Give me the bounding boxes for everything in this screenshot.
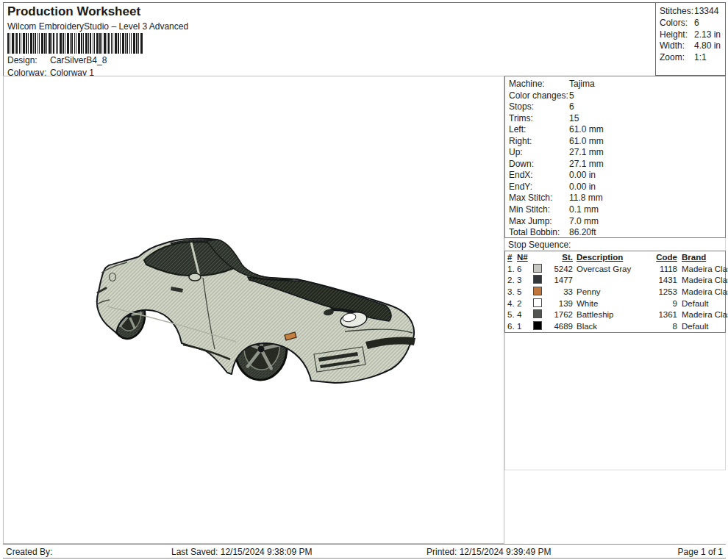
created-by-label: Created By: [6,547,52,557]
side-mirror [189,273,201,281]
machine-row: Down:27.1 mm [509,159,725,170]
machine-row: EndX:0.00 in [509,170,725,182]
machine-row: Min Stitch:0.1 mm [509,204,725,216]
stop-sequence-header: # N# St. Description Code Brand [505,252,725,264]
thread-row: 6.14689Black8Default [505,321,725,333]
printed-text: Printed: 12/15/2024 9:39:49 PM [427,547,551,557]
stop-sequence-table: # N# St. Description Code Brand 1.65242O… [504,251,726,333]
thread-row: 3.533Penny1253Madeira Classic 40 [505,287,725,298]
thread-row: 5.41762Battleship1361Madeira Classic 40 [505,309,725,321]
stat-colors: Colors:6 [660,18,725,29]
design-label: Design: [7,55,50,65]
stat-stitches: Stitches:13344 [660,6,725,18]
thread-swatch [533,287,542,295]
machine-row: Left:61.0 mm [509,124,725,136]
machine-row: Total Bobbin:86.20ft [509,227,725,239]
machine-info-box: Machine:Tajima Color changes:5 Stops:6 T… [504,76,726,238]
thread-row: 4.2139White9Default [505,298,725,310]
stat-height: Height:2.13 in [660,29,725,41]
stat-zoom: Zoom:1:1 [660,52,725,64]
thread-swatch [533,275,542,284]
header-box: Production Worksheet Wilcom EmbroiderySt… [3,2,656,77]
machine-row: Color changes:5 [509,90,725,102]
machine-row: Max Jump:7.0 mm [509,216,725,228]
stop-sequence-label: Stop Sequence: [508,240,571,250]
thread-swatch [533,321,542,330]
machine-row: Trims:15 [509,113,725,125]
design-preview-area [3,76,504,544]
machine-row: Right:61.0 mm [509,136,725,148]
thread-row: 2.314771431Madeira Classic 40 [505,275,725,287]
design-stats-box: Stitches:13344 Colors:6 Height:2.13 in W… [655,2,726,76]
page-title: Production Worksheet [7,4,140,19]
production-worksheet-page: Production Worksheet Wilcom EmbroiderySt… [0,0,728,560]
footer-bar: Created By: Last Saved: 12/15/2024 9:38:… [3,544,726,559]
stat-width: Width:4.80 in [660,40,725,52]
thread-swatch [533,264,542,273]
barcode [7,33,146,54]
car-embroidery-preview [95,234,418,389]
app-subtitle: Wilcom EmbroideryStudio – Level 3 Advanc… [7,21,188,32]
machine-row: Stops:6 [509,101,725,113]
machine-row: EndY:0.00 in [509,182,725,193]
thread-swatch [533,298,542,307]
page-number: Page 1 of 1 [678,547,723,557]
machine-row: Up:27.1 mm [509,147,725,159]
machine-row: Max Stitch:11.8 mm [509,193,725,204]
thread-swatch [533,309,542,318]
last-saved-text: Last Saved: 12/15/2024 9:38:09 PM [171,547,312,557]
design-row: Design:CarSilverB4_8 [7,55,107,65]
design-value: CarSilverB4_8 [50,55,107,65]
machine-row: Machine:Tajima [509,79,725,90]
thread-row: 1.65242Overcast Gray1118Madeira Classic … [505,264,725,276]
